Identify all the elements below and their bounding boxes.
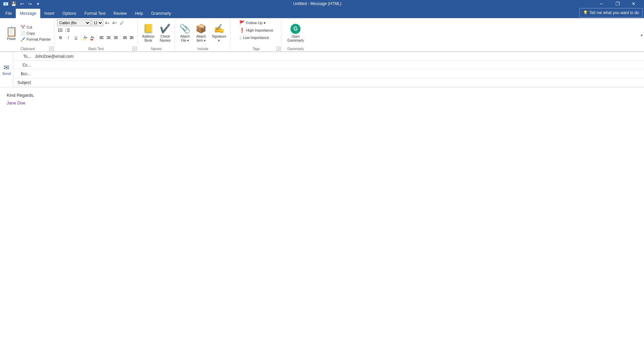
include-label: Include <box>175 47 230 51</box>
cut-label: Cut <box>26 25 32 29</box>
ribbon-scroll[interactable]: ▲ <box>639 18 644 52</box>
align-right-btn[interactable] <box>112 34 119 41</box>
font-row: Calibri (Bo 11 A▲ A▼ 🖊 <box>57 19 125 26</box>
bcc-label[interactable]: Bcc... <box>13 72 34 76</box>
bold-btn[interactable]: B <box>57 34 64 41</box>
tab-grammarly[interactable]: Grammarly <box>147 9 175 18</box>
decrease-indent-btn[interactable] <box>121 34 128 41</box>
window-controls: ─ ❐ ✕ <box>594 0 641 7</box>
follow-up-label: Follow Up ▾ <box>246 21 266 25</box>
align-center-btn[interactable] <box>105 34 112 41</box>
high-importance-btn[interactable]: ❗ High Importance <box>238 27 275 34</box>
low-importance-btn[interactable]: ↓ Low Importance <box>238 34 270 41</box>
font-size-select[interactable]: 11 <box>91 19 103 26</box>
follow-up-icon: 🚩 <box>239 20 245 26</box>
tell-me-box[interactable]: 💡 Tell me what you want to do <box>579 8 643 17</box>
ribbon-scroll-up[interactable]: ▲ <box>640 33 643 37</box>
subject-row: Subject <box>13 78 644 87</box>
open-grammarly-btn[interactable]: G Open Grammarly <box>285 23 307 44</box>
restore-btn[interactable]: ❐ <box>610 0 625 7</box>
check-names-btn[interactable]: ✔️ Check Names <box>158 22 172 44</box>
font-color-btn[interactable]: A ▾ <box>89 34 96 41</box>
check-names-label: Check Names <box>160 35 171 43</box>
tab-options[interactable]: Options <box>58 9 80 18</box>
title-bar: 📧 💾 ↩ ↪ ▾ Untitled - Message (HTML) ─ ❐ … <box>0 0 644 7</box>
highlight-btn[interactable]: A ▾ <box>82 34 89 41</box>
font-name-select[interactable]: Calibri (Bo <box>57 19 91 26</box>
undo-btn[interactable]: ↩ <box>19 1 25 7</box>
high-importance-icon: ❗ <box>239 28 245 33</box>
grammarly-icon: G <box>290 24 301 34</box>
names-label: Names <box>138 47 175 51</box>
send-icon: ✉ <box>4 63 9 72</box>
svg-point-2 <box>58 30 59 31</box>
to-input[interactable] <box>34 52 644 60</box>
align-left-btn[interactable] <box>98 34 105 41</box>
numbering-btn[interactable]: 1.2.3. <box>64 27 71 34</box>
more-quickaccess-btn[interactable]: ▾ <box>35 1 41 7</box>
save-quickaccess-btn[interactable]: 💾 <box>11 1 17 7</box>
minimize-btn[interactable]: ─ <box>594 0 609 7</box>
underline-btn[interactable]: U <box>72 34 80 41</box>
clear-format-btn[interactable]: 🖊 <box>119 19 125 26</box>
clipboard-label: Clipboard <box>1 47 54 51</box>
italic-btn[interactable]: I <box>65 34 72 41</box>
format-painter-icon: 🖌️ <box>20 37 25 42</box>
paste-btn[interactable]: 📋 Paste <box>3 25 19 41</box>
cc-label[interactable]: Cc... <box>13 63 34 68</box>
follow-up-btn[interactable]: 🚩 Follow Up ▾ <box>238 19 267 26</box>
cc-input[interactable] <box>34 61 644 69</box>
attach-file-btn[interactable]: 📎 Attach File ▾ <box>177 22 192 44</box>
address-book-icon: 📒 <box>143 24 154 34</box>
cut-btn[interactable]: ✂️ Cut <box>19 25 52 30</box>
send-label: Send <box>2 72 11 76</box>
tags-group: 🚩 Follow Up ▾ ❗ High Importance ↓ Low Im… <box>231 19 281 51</box>
check-names-icon: ✔️ <box>160 24 170 34</box>
tab-help[interactable]: Help <box>131 9 147 18</box>
bullets-btn[interactable] <box>57 27 64 34</box>
grow-font-btn[interactable]: A▲ <box>104 19 111 26</box>
increase-indent-btn[interactable] <box>128 34 135 41</box>
tab-review[interactable]: Review <box>110 9 131 18</box>
email-body[interactable]: Kind Regards, Jane Doe <box>0 87 644 353</box>
subject-input[interactable] <box>34 78 644 87</box>
attach-item-icon: 📦 <box>196 24 206 34</box>
app-icon: 📧 <box>3 1 9 7</box>
basictext-expand[interactable]: ↗ <box>132 47 137 51</box>
tab-file[interactable]: File <box>1 9 16 18</box>
copy-btn[interactable]: 📄 Copy <box>19 31 52 36</box>
signature-btn[interactable]: ✍️ Signature ▾ <box>210 22 228 44</box>
tags-expand[interactable]: ↗ <box>276 47 280 51</box>
attach-file-icon: 📎 <box>179 24 190 34</box>
signature-icon: ✍️ <box>214 24 224 34</box>
signature-label: Signature ▾ <box>212 35 226 43</box>
tab-formattext[interactable]: Format Text <box>80 9 109 18</box>
title-bar-left: 📧 💾 ↩ ↪ ▾ <box>3 1 41 7</box>
tab-insert[interactable]: Insert <box>40 9 58 18</box>
tab-message[interactable]: Message <box>16 9 40 18</box>
clipboard-expand[interactable]: ↗ <box>49 47 53 51</box>
address-book-btn[interactable]: 📒 Address Book <box>140 22 157 44</box>
attach-item-btn[interactable]: 📦 Attach Item ▾ <box>194 22 208 44</box>
basictext-group: Calibri (Bo 11 A▲ A▼ 🖊 1.2.3. <box>55 19 138 51</box>
send-section[interactable]: ✉ Send <box>0 52 13 87</box>
to-label[interactable]: To... <box>13 54 34 59</box>
basictext-label: Basic Text <box>55 47 137 51</box>
email-fields: ✉ Send To... Cc... Bcc... Subject <box>0 52 644 87</box>
format-painter-btn[interactable]: 🖌️ Format Painter <box>19 37 52 42</box>
clipboard-group: 📋 Paste ✂️ Cut 📄 Copy 🖌️ Format Painter <box>1 19 54 51</box>
paste-label: Paste <box>7 37 16 41</box>
body-signature: Jane Doe <box>7 100 637 105</box>
high-importance-label: High Importance <box>246 28 273 32</box>
paste-icon: 📋 <box>6 26 17 37</box>
bcc-row: Bcc... <box>13 70 644 78</box>
low-importance-icon: ↓ <box>239 35 241 40</box>
format-row: B I U A ▾ A ▾ <box>57 34 135 41</box>
format-painter-label: Format Painter <box>26 37 51 41</box>
close-btn[interactable]: ✕ <box>626 0 641 7</box>
redo-btn[interactable]: ↪ <box>27 1 33 7</box>
grammarly-label: Open Grammarly <box>287 35 304 43</box>
bcc-input[interactable] <box>34 70 644 78</box>
shrink-font-btn[interactable]: A▼ <box>111 19 118 26</box>
attach-item-label: Attach Item ▾ <box>196 35 206 43</box>
